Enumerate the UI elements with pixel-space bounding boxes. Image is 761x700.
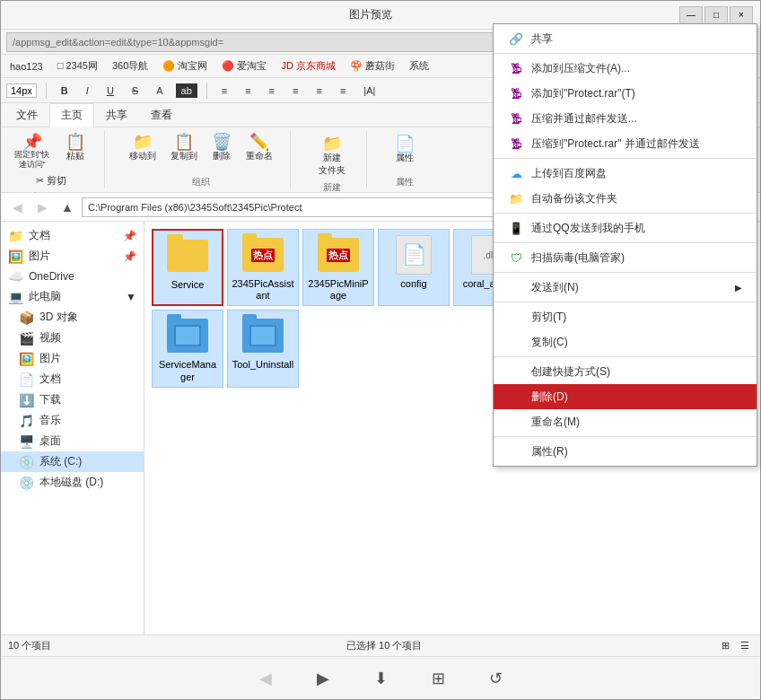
ctx-baidu-label: 上传到百度网盘 — [531, 166, 607, 181]
ctx-compress-email[interactable]: 🗜 压缩并通过邮件发送... — [494, 106, 757, 131]
bold-btn[interactable]: B — [56, 83, 74, 98]
ctx-copy[interactable]: 复制(C) — [494, 329, 757, 354]
list[interactable]: ≡ — [335, 83, 351, 98]
outdent[interactable]: ≡ — [311, 83, 327, 98]
ctx-add-protect-rar[interactable]: 🗜 添加到"Protect.rar"(T) — [494, 81, 757, 106]
nav-download-btn[interactable]: ⬇ — [366, 664, 395, 693]
ctx-rename[interactable]: 重命名(M) — [494, 409, 757, 434]
sidebar-item-downloads[interactable]: ⬇️ 下载 — [1, 389, 144, 410]
file-item-svcmanager[interactable]: ServiceManager — [152, 310, 223, 387]
nav-forward-btn[interactable]: ▶ — [309, 664, 337, 693]
forward-btn[interactable]: ▶ — [31, 197, 53, 218]
ctx-add-compress-label: 添加到压缩文件(A)... — [531, 61, 630, 76]
file-item-assistant[interactable]: 热点 2345PicAssistant — [227, 229, 299, 306]
cut-ribbon-btn[interactable]: ✂ 剪切 — [30, 172, 73, 189]
video-label: 视频 — [39, 330, 61, 346]
new-folder-btn[interactable]: 📁 新建文件夹 — [309, 131, 355, 181]
sidebar-item-3d[interactable]: 📦 3D 对象 — [1, 307, 144, 328]
sidebar-item-documents[interactable]: 📄 文档 — [1, 369, 144, 389]
highlight-btn[interactable]: ab — [176, 83, 197, 98]
onedrive-icon: ☁️ — [8, 269, 23, 284]
ribbon-tab-home[interactable]: 主页 — [49, 103, 94, 127]
bookmark-aitaobao[interactable]: 🔴 爱淘宝 — [216, 57, 272, 74]
bookmark-system[interactable]: 系统 — [404, 57, 434, 74]
delete-ribbon-btn[interactable]: 🗑️ 删除 — [206, 131, 238, 165]
ctx-compress-protect-email[interactable]: 🗜 压缩到"Protect.rar" 并通过邮件发送 — [494, 131, 757, 156]
ctx-delete[interactable]: 删除(D) — [494, 384, 757, 409]
sidebar-item-docs[interactable]: 📁 文档 📌 — [1, 225, 144, 246]
onedrive-label: OneDrive — [29, 270, 74, 283]
font-size-indicator[interactable]: |A| — [358, 83, 380, 98]
align-right[interactable]: ≡ — [264, 83, 280, 98]
ctx-baidu[interactable]: ☁ 上传到百度网盘 — [494, 161, 757, 186]
maximize-button[interactable]: □ — [704, 6, 728, 24]
list-view-btn[interactable]: ⊞ — [717, 638, 733, 654]
rar-icon-2: 🗜 — [508, 85, 524, 101]
ctx-compress-email-label: 压缩并通过邮件发送... — [531, 111, 637, 127]
sidebar-item-onedrive[interactable]: ☁️ OneDrive — [1, 267, 144, 286]
nav-gallery-btn[interactable]: ⊞ — [424, 664, 452, 693]
bookmark-hao123[interactable]: hao123 — [4, 59, 48, 74]
copy-to-btn[interactable]: 📋 复制到 — [164, 131, 204, 165]
qq-icon: 📱 — [508, 220, 524, 236]
ctx-qq-send[interactable]: 📱 通过QQ发送到我的手机 — [494, 215, 757, 241]
c-drive-label: 系统 (C:) — [39, 454, 82, 469]
sidebar-item-pc[interactable]: 💻 此电脑 ▼ — [1, 286, 144, 307]
ctx-add-compress[interactable]: 🗜 添加到压缩文件(A)... — [494, 56, 757, 81]
file-item-config[interactable]: 📄 config — [378, 229, 450, 306]
file-item-minipage[interactable]: 热点 2345PicMiniPage — [302, 229, 374, 306]
bookmark-mogu[interactable]: 🍄 蘑菇街 — [345, 57, 400, 74]
bookmark-360[interactable]: 360导航 — [107, 57, 153, 74]
underline-btn[interactable]: U — [101, 83, 119, 98]
sidebar-item-c-drive[interactable]: 💿 系统 (C:) — [1, 451, 144, 472]
ctx-send-to[interactable]: 发送到(N) ▶ — [494, 275, 757, 300]
up-btn[interactable]: ▲ — [57, 197, 78, 218]
ctx-cut-label: 剪切(T) — [531, 310, 566, 325]
bookmark-taobao[interactable]: 🟠 淘宝网 — [157, 57, 213, 74]
ctx-scan-virus[interactable]: 🛡 扫描病毒(电脑管家) — [494, 245, 757, 270]
nav-refresh-btn[interactable]: ↺ — [481, 664, 510, 693]
sidebar-item-pics[interactable]: 🖼️ 图片 📌 — [1, 246, 144, 267]
rename-label: 重命名 — [246, 150, 273, 162]
move-to-btn[interactable]: 📁 移动到 — [123, 131, 162, 165]
ctx-share[interactable]: 🔗 共享 — [494, 26, 757, 51]
italic-btn[interactable]: I — [81, 83, 94, 98]
ctx-properties[interactable]: 属性(R) — [494, 439, 757, 464]
sidebar-item-d-drive[interactable]: 💿 本地磁盘 (D:) — [1, 472, 144, 493]
ribbon-tab-view[interactable]: 查看 — [139, 103, 184, 127]
indent[interactable]: ≡ — [287, 83, 303, 98]
sidebar-item-images[interactable]: 🖼️ 图片 — [1, 348, 144, 369]
file-item-service[interactable]: Service — [152, 229, 223, 306]
svcmanager-icon — [166, 314, 209, 357]
close-button[interactable]: × — [730, 6, 753, 24]
detail-view-btn[interactable]: ☰ — [737, 638, 753, 654]
align-left[interactable]: ≡ — [216, 83, 232, 98]
color-btn[interactable]: A — [151, 83, 168, 98]
ribbon-tab-share[interactable]: 共享 — [94, 103, 139, 127]
sidebar-item-video[interactable]: 🎬 视频 — [1, 328, 144, 348]
file-item-uninstall[interactable]: Tool_Uninstall — [227, 310, 299, 387]
pin-label: 固定到"快速访问" — [14, 150, 49, 170]
bookmark-jd[interactable]: JD 京东商城 — [276, 57, 341, 74]
pin-button[interactable]: 📌 固定到"快速访问" — [8, 131, 56, 172]
nav-back-btn[interactable]: ◀ — [251, 664, 280, 693]
ribbon-tab-file[interactable]: 文件 — [4, 103, 49, 127]
ctx-create-shortcut[interactable]: 创建快捷方式(S) — [494, 359, 757, 384]
back-btn[interactable]: ◀ — [6, 197, 28, 218]
strikethrough-btn[interactable]: S — [127, 83, 144, 98]
align-center[interactable]: ≡ — [240, 83, 256, 98]
sidebar-item-desktop[interactable]: 🖥️ 桌面 — [1, 431, 144, 451]
rename-btn[interactable]: ✏️ 重命名 — [240, 131, 279, 165]
paste-label: 粘贴 — [66, 150, 84, 162]
minimize-button[interactable]: — — [679, 6, 703, 24]
properties-ribbon-btn[interactable]: 📄 属性 — [385, 131, 424, 169]
sidebar-item-music[interactable]: 🎵 音乐 — [1, 410, 144, 431]
bookmark-2345[interactable]: □ 2345网 — [52, 57, 103, 74]
font-size[interactable]: 14px — [6, 83, 37, 98]
ctx-cut[interactable]: 剪切(T) — [494, 304, 757, 329]
pics-pin: 📌 — [123, 250, 136, 263]
rename-ctx-icon — [508, 414, 524, 430]
sep1 — [46, 83, 47, 99]
paste-button[interactable]: 📋 粘贴 — [57, 131, 93, 172]
ctx-auto-backup[interactable]: 📁 自动备份该文件夹 — [494, 186, 757, 211]
